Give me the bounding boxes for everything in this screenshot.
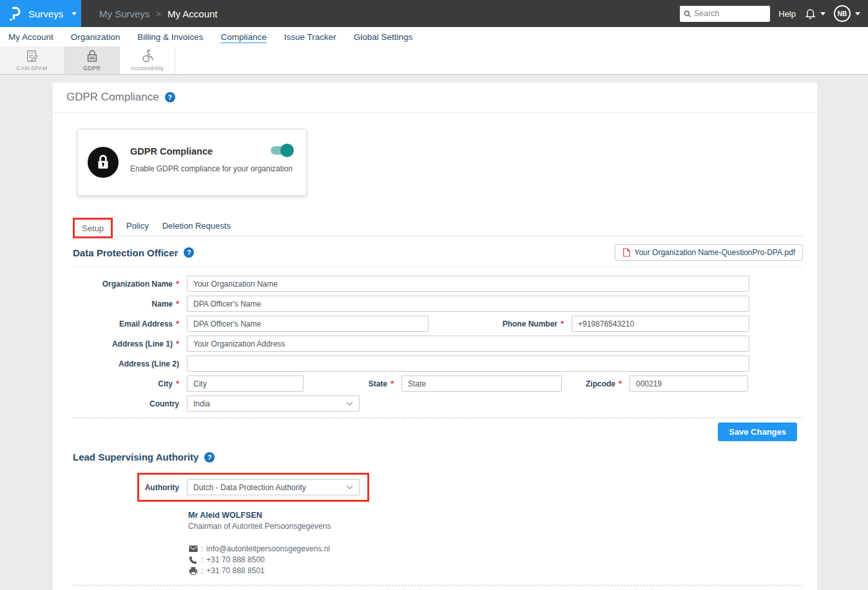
email-field[interactable]	[187, 316, 429, 332]
lock-icon	[95, 153, 111, 171]
envelope-icon	[188, 546, 198, 552]
nav-item-compliance[interactable]: Compliance	[220, 32, 266, 42]
dpa-pdf-button[interactable]: Your Organization Name-QuestionPro-DPA.p…	[615, 244, 803, 261]
name-field[interactable]	[187, 296, 749, 312]
email-address-label: Email Address *	[73, 319, 187, 328]
compliance-icon-tabs: CAN-SPAM GDPR Accessibility	[0, 46, 868, 75]
chevron-down-icon	[346, 485, 353, 490]
nav-item-my-account[interactable]: My Account	[8, 32, 53, 42]
gdpr-tabs: Setup Policy Deletion Requests	[73, 218, 803, 236]
tab-can-spam[interactable]: CAN-SPAM	[0, 46, 64, 74]
questionpro-logo-icon	[8, 5, 21, 22]
form-row: Email Address * Phone Number *	[73, 316, 803, 332]
document-pencil-icon	[25, 49, 39, 63]
phone-icon	[188, 556, 198, 564]
authority-contact-card: Mr Aleid WOLFSEN Chairman of Autoriteit …	[188, 511, 803, 575]
bell-icon	[804, 7, 816, 20]
breadcrumb-separator: >	[156, 9, 161, 19]
phone-field[interactable]	[572, 316, 749, 332]
card-subtitle: Enable GDPR compliance for your organiza…	[130, 164, 293, 173]
authority-contact-title: Chairman of Autoriteit Persoonsgegevens	[188, 522, 803, 531]
contact-email-row: : info@autoriteitpersoonsgegevens.nl	[188, 544, 803, 553]
help-circle-icon[interactable]	[204, 452, 215, 462]
icon-tab-label: CAN-SPAM	[16, 65, 47, 71]
nav-item-billing-invoices[interactable]: Billing & Invoices	[137, 32, 203, 42]
city-label: City *	[73, 379, 187, 388]
dpo-save-button[interactable]: Save Changes	[718, 423, 797, 441]
notifications-button[interactable]	[804, 7, 825, 20]
icon-tab-label: GDPR	[83, 65, 101, 71]
page-title-row: GDPR Compliance	[53, 82, 817, 113]
app-switcher[interactable]: Surveys	[0, 0, 81, 27]
card-title: GDPR Compliance	[130, 146, 213, 157]
search-input[interactable]	[694, 9, 767, 18]
search-icon	[684, 10, 691, 18]
nav-item-issue-tracker[interactable]: Issue Tracker	[284, 32, 336, 42]
breadcrumb-current: My Account	[168, 8, 218, 19]
country-label: Country	[73, 399, 187, 408]
dpo-form: Organization Name * Name * Email Address…	[73, 276, 803, 412]
address-line1-field[interactable]	[187, 336, 749, 352]
organization-name-label: Organization Name *	[73, 280, 187, 289]
country-select[interactable]: India	[187, 395, 360, 412]
zipcode-field[interactable]	[630, 376, 748, 392]
form-row: Address (Line 2)	[73, 356, 803, 372]
authority-contact-name: Mr Aleid WOLFSEN	[188, 511, 803, 520]
phone-number-label: Phone Number *	[429, 319, 572, 328]
contact-email-value: info@autoriteitpersoonsgegevens.nl	[206, 544, 330, 553]
contact-colon: :	[201, 555, 203, 564]
icon-tab-label: Accessibility	[131, 65, 164, 71]
name-label: Name *	[73, 300, 187, 309]
lock-badge	[88, 147, 119, 178]
wheelchair-icon	[140, 49, 155, 63]
breadcrumb-parent[interactable]: My Surveys	[99, 8, 149, 19]
state-field[interactable]	[401, 376, 562, 392]
address-line1-label: Address (Line 1) *	[73, 339, 187, 348]
pdf-file-icon	[622, 248, 630, 257]
address-line2-label: Address (Line 2)	[73, 359, 187, 368]
tab-gdpr[interactable]: GDPR	[64, 46, 120, 74]
zipcode-label: Zipcode *	[562, 379, 630, 388]
dpo-heading: Data Protection Officer	[73, 247, 178, 258]
help-link[interactable]: Help	[778, 9, 796, 19]
address-line2-field[interactable]	[187, 356, 749, 372]
fax-icon	[188, 567, 198, 575]
nav-item-organization[interactable]: Organization	[71, 32, 121, 42]
chevron-down-icon	[72, 12, 77, 15]
dpo-save-row: Save Changes	[73, 418, 803, 441]
contact-colon: :	[201, 566, 203, 575]
authority-value: Dutch - Data Protection Authority	[193, 483, 306, 492]
contact-phone-value: +31 70 888 8500	[206, 555, 264, 564]
top-bar: Surveys My Surveys > My Account Help NB	[0, 0, 868, 27]
search-box[interactable]	[680, 6, 770, 22]
nav-item-global-settings[interactable]: Global Settings	[354, 32, 413, 42]
contact-fax-row: : +31 70 888 8501	[188, 566, 803, 575]
panel-content: GDPR Compliance Enable GDPR compliance f…	[53, 129, 817, 590]
tab-accessibility[interactable]: Accessibility	[120, 46, 175, 74]
account-menu[interactable]: NB	[834, 5, 860, 22]
authority-label: Authority	[139, 483, 187, 492]
tab-deletion-requests[interactable]: Deletion Requests	[162, 221, 231, 231]
form-row: City * State * Zipcode *	[73, 376, 803, 392]
pdf-button-label: Your Organization Name-QuestionPro-DPA.p…	[635, 248, 795, 257]
account-nav: My Account Organization Billing & Invoic…	[0, 27, 868, 46]
help-circle-icon[interactable]	[165, 92, 175, 102]
gdpr-compliance-panel: GDPR Compliance GDPR Compliance Enable G…	[53, 82, 817, 590]
gdpr-toggle-card: GDPR Compliance Enable GDPR compliance f…	[77, 129, 307, 196]
help-circle-icon[interactable]	[184, 247, 194, 258]
lsa-section-head: Lead Supervising Authority	[73, 452, 803, 462]
tab-setup[interactable]: Setup	[82, 224, 104, 233]
organization-name-field[interactable]	[187, 276, 749, 292]
gdpr-enable-toggle[interactable]	[271, 146, 292, 155]
tab-setup-highlight[interactable]: Setup	[73, 218, 113, 238]
country-value: India	[193, 399, 210, 408]
city-field[interactable]	[187, 376, 304, 392]
authority-select[interactable]: Dutch - Data Protection Authority	[187, 479, 360, 495]
contact-fax-value: +31 70 888 8501	[206, 566, 264, 575]
state-label: State *	[304, 379, 401, 388]
tab-policy[interactable]: Policy	[126, 221, 149, 231]
lock-icon	[86, 49, 99, 63]
authority-contact-rows: : info@autoriteitpersoonsgegevens.nl : +…	[188, 544, 803, 575]
app-menu-label: Surveys	[28, 8, 63, 19]
avatar[interactable]: NB	[834, 5, 851, 22]
